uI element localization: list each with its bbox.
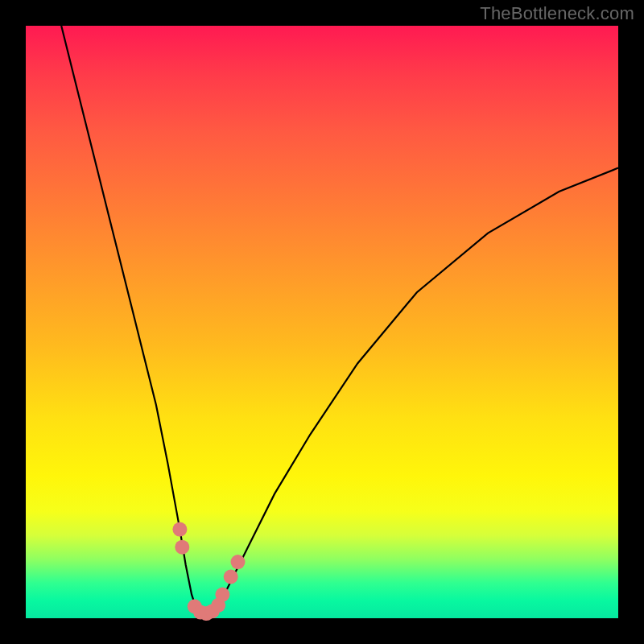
curve-marker [224, 570, 238, 584]
plot-area [26, 26, 618, 618]
watermark-text: TheBottleneck.com [480, 3, 634, 24]
curve-markers [172, 522, 245, 621]
bottleneck-curve [61, 26, 618, 615]
curve-marker [215, 588, 229, 602]
curve-marker [172, 522, 187, 537]
curve-marker [231, 555, 246, 569]
chart-frame: TheBottleneck.com [0, 0, 644, 644]
curve-svg [26, 26, 618, 618]
curve-marker [175, 540, 189, 555]
